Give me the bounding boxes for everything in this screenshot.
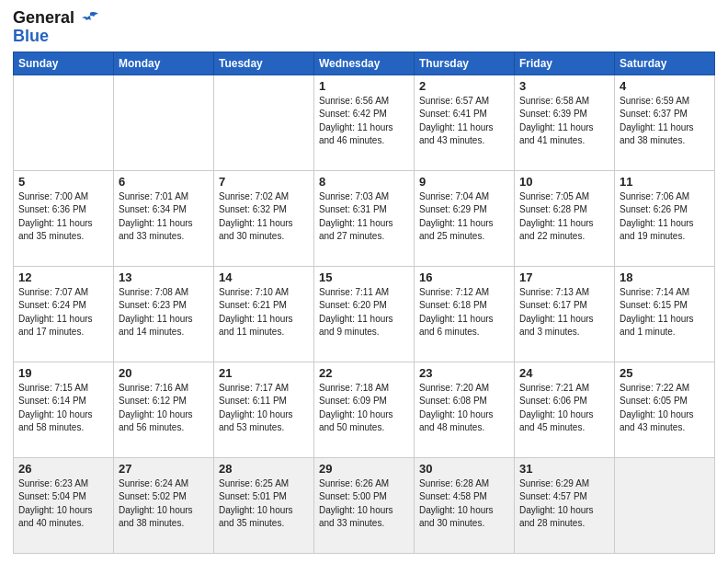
calendar-week-1: 5Sunrise: 7:00 AMSunset: 6:36 PMDaylight… (14, 170, 715, 266)
calendar-cell: 29Sunrise: 6:26 AMSunset: 5:00 PMDayligh… (314, 457, 415, 553)
day-number: 15 (319, 270, 409, 284)
day-info: Sunrise: 6:57 AMSunset: 6:41 PMDaylight:… (419, 95, 509, 148)
weekday-header-row: SundayMondayTuesdayWednesdayThursdayFrid… (14, 52, 715, 75)
day-number: 30 (419, 462, 509, 476)
day-info: Sunrise: 6:58 AMSunset: 6:39 PMDaylight:… (519, 95, 609, 148)
logo-bird-icon (81, 11, 99, 26)
day-number: 24 (519, 366, 609, 380)
weekday-header-wednesday: Wednesday (314, 52, 415, 75)
day-number: 5 (18, 175, 108, 189)
calendar-cell (14, 75, 114, 170)
weekday-header-thursday: Thursday (415, 52, 515, 75)
day-number: 13 (119, 270, 209, 284)
weekday-header-tuesday: Tuesday (214, 52, 314, 75)
day-number: 31 (519, 462, 609, 476)
day-info: Sunrise: 7:22 AMSunset: 6:05 PMDaylight:… (620, 382, 710, 435)
day-info: Sunrise: 6:26 AMSunset: 5:00 PMDaylight:… (319, 477, 409, 531)
day-info: Sunrise: 7:01 AMSunset: 6:34 PMDaylight:… (119, 190, 209, 244)
day-number: 25 (620, 366, 710, 380)
calendar-cell: 24Sunrise: 7:21 AMSunset: 6:06 PMDayligh… (515, 362, 615, 457)
day-info: Sunrise: 7:00 AMSunset: 6:36 PMDaylight:… (18, 190, 108, 244)
calendar-cell: 2Sunrise: 6:57 AMSunset: 6:41 PMDaylight… (415, 75, 515, 170)
calendar-cell: 30Sunrise: 6:28 AMSunset: 4:58 PMDayligh… (415, 457, 515, 553)
calendar-cell: 18Sunrise: 7:14 AMSunset: 6:15 PMDayligh… (615, 266, 715, 362)
calendar-cell: 21Sunrise: 7:17 AMSunset: 6:11 PMDayligh… (214, 362, 314, 457)
calendar-cell: 22Sunrise: 7:18 AMSunset: 6:09 PMDayligh… (314, 362, 415, 457)
day-info: Sunrise: 7:21 AMSunset: 6:06 PMDaylight:… (519, 382, 609, 435)
calendar-cell: 17Sunrise: 7:13 AMSunset: 6:17 PMDayligh… (515, 266, 615, 362)
day-info: Sunrise: 7:06 AMSunset: 6:26 PMDaylight:… (620, 190, 710, 244)
day-number: 11 (620, 175, 710, 189)
day-info: Sunrise: 7:12 AMSunset: 6:18 PMDaylight:… (419, 286, 509, 339)
calendar-cell: 5Sunrise: 7:00 AMSunset: 6:36 PMDaylight… (14, 170, 114, 266)
calendar-cell (615, 457, 715, 553)
day-info: Sunrise: 6:23 AMSunset: 5:04 PMDaylight:… (18, 477, 108, 531)
day-number: 12 (18, 270, 108, 284)
calendar-week-0: 1Sunrise: 6:56 AMSunset: 6:42 PMDaylight… (14, 75, 715, 170)
day-info: Sunrise: 7:14 AMSunset: 6:15 PMDaylight:… (620, 286, 710, 339)
calendar-cell: 20Sunrise: 7:16 AMSunset: 6:12 PMDayligh… (114, 362, 214, 457)
calendar-cell: 15Sunrise: 7:11 AMSunset: 6:20 PMDayligh… (314, 266, 415, 362)
calendar-cell: 13Sunrise: 7:08 AMSunset: 6:23 PMDayligh… (114, 266, 214, 362)
day-number: 8 (319, 175, 409, 189)
day-info: Sunrise: 7:20 AMSunset: 6:08 PMDaylight:… (419, 382, 509, 435)
weekday-header-saturday: Saturday (615, 52, 715, 75)
day-info: Sunrise: 6:29 AMSunset: 4:57 PMDaylight:… (519, 477, 609, 531)
day-number: 22 (319, 366, 409, 380)
calendar-cell: 11Sunrise: 7:06 AMSunset: 6:26 PMDayligh… (615, 170, 715, 266)
calendar-cell (114, 75, 214, 170)
day-info: Sunrise: 7:02 AMSunset: 6:32 PMDaylight:… (219, 190, 309, 244)
day-number: 3 (519, 79, 609, 93)
day-info: Sunrise: 6:25 AMSunset: 5:01 PMDaylight:… (219, 477, 309, 531)
day-info: Sunrise: 7:04 AMSunset: 6:29 PMDaylight:… (419, 190, 509, 244)
calendar-cell: 8Sunrise: 7:03 AMSunset: 6:31 PMDaylight… (314, 170, 415, 266)
weekday-header-sunday: Sunday (14, 52, 114, 75)
logo: General Blue (13, 9, 99, 46)
day-info: Sunrise: 7:10 AMSunset: 6:21 PMDaylight:… (219, 286, 309, 339)
calendar-cell: 23Sunrise: 7:20 AMSunset: 6:08 PMDayligh… (415, 362, 515, 457)
day-number: 6 (119, 175, 209, 189)
day-number: 1 (319, 79, 409, 93)
calendar-cell: 4Sunrise: 6:59 AMSunset: 6:37 PMDaylight… (615, 75, 715, 170)
page: General Blue SundayMondayTuesdayWednesda… (0, 0, 728, 563)
day-info: Sunrise: 7:07 AMSunset: 6:24 PMDaylight:… (18, 286, 108, 339)
calendar-week-3: 19Sunrise: 7:15 AMSunset: 6:14 PMDayligh… (14, 362, 715, 457)
weekday-header-friday: Friday (515, 52, 615, 75)
calendar-cell: 31Sunrise: 6:29 AMSunset: 4:57 PMDayligh… (515, 457, 615, 553)
day-info: Sunrise: 7:17 AMSunset: 6:11 PMDaylight:… (219, 382, 309, 435)
calendar-cell: 19Sunrise: 7:15 AMSunset: 6:14 PMDayligh… (14, 362, 114, 457)
day-number: 16 (419, 270, 509, 284)
calendar-cell: 16Sunrise: 7:12 AMSunset: 6:18 PMDayligh… (415, 266, 515, 362)
logo-general-text: General (13, 8, 74, 27)
weekday-header-monday: Monday (114, 52, 214, 75)
day-info: Sunrise: 7:16 AMSunset: 6:12 PMDaylight:… (119, 382, 209, 435)
day-info: Sunrise: 6:59 AMSunset: 6:37 PMDaylight:… (620, 95, 710, 148)
day-number: 20 (119, 366, 209, 380)
day-info: Sunrise: 7:03 AMSunset: 6:31 PMDaylight:… (319, 190, 409, 244)
calendar-cell: 26Sunrise: 6:23 AMSunset: 5:04 PMDayligh… (14, 457, 114, 553)
day-number: 28 (219, 462, 309, 476)
day-info: Sunrise: 6:24 AMSunset: 5:02 PMDaylight:… (119, 477, 209, 531)
calendar-cell: 25Sunrise: 7:22 AMSunset: 6:05 PMDayligh… (615, 362, 715, 457)
calendar-cell: 6Sunrise: 7:01 AMSunset: 6:34 PMDaylight… (114, 170, 214, 266)
logo-general: General (13, 9, 99, 28)
calendar-cell: 10Sunrise: 7:05 AMSunset: 6:28 PMDayligh… (515, 170, 615, 266)
calendar-cell: 3Sunrise: 6:58 AMSunset: 6:39 PMDaylight… (515, 75, 615, 170)
calendar-cell: 9Sunrise: 7:04 AMSunset: 6:29 PMDaylight… (415, 170, 515, 266)
logo-blue-text: Blue (13, 28, 49, 46)
day-number: 9 (419, 175, 509, 189)
day-info: Sunrise: 7:15 AMSunset: 6:14 PMDaylight:… (18, 382, 108, 435)
day-info: Sunrise: 7:05 AMSunset: 6:28 PMDaylight:… (519, 190, 609, 244)
calendar-cell: 12Sunrise: 7:07 AMSunset: 6:24 PMDayligh… (14, 266, 114, 362)
day-info: Sunrise: 6:56 AMSunset: 6:42 PMDaylight:… (319, 95, 409, 148)
calendar-week-2: 12Sunrise: 7:07 AMSunset: 6:24 PMDayligh… (14, 266, 715, 362)
day-number: 18 (620, 270, 710, 284)
day-info: Sunrise: 7:08 AMSunset: 6:23 PMDaylight:… (119, 286, 209, 339)
day-number: 14 (219, 270, 309, 284)
day-number: 17 (519, 270, 609, 284)
calendar-cell: 14Sunrise: 7:10 AMSunset: 6:21 PMDayligh… (214, 266, 314, 362)
calendar-cell: 27Sunrise: 6:24 AMSunset: 5:02 PMDayligh… (114, 457, 214, 553)
calendar-cell: 1Sunrise: 6:56 AMSunset: 6:42 PMDaylight… (314, 75, 415, 170)
day-number: 23 (419, 366, 509, 380)
day-number: 10 (519, 175, 609, 189)
